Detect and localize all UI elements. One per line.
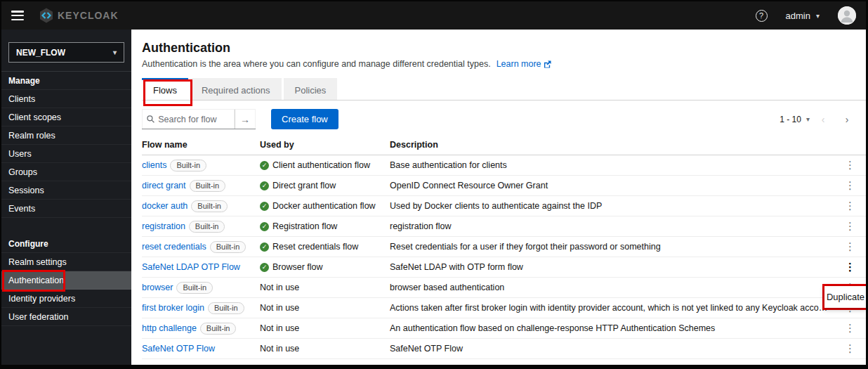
used-by-text: Direct grant flow bbox=[272, 181, 336, 190]
description-cell: An authentication flow based on challeng… bbox=[390, 323, 834, 333]
pagination-prev-button[interactable]: ‹ bbox=[813, 114, 834, 125]
table-row: registration Built-in ✓ Registration flo… bbox=[142, 216, 866, 237]
sidebar-item-groups[interactable]: Groups bbox=[1, 163, 131, 181]
sidebar-group: Configure Realm settingsAuthenticationId… bbox=[1, 235, 131, 326]
check-circle-icon: ✓ bbox=[260, 181, 269, 190]
kebab-menu-icon[interactable]: ⋮ bbox=[845, 179, 855, 191]
row-actions-cell: ⋮ bbox=[834, 179, 866, 192]
hamburger-menu-icon[interactable] bbox=[11, 11, 24, 20]
flow-name-link[interactable]: registration bbox=[142, 221, 185, 231]
flow-name-link[interactable]: SafeNet LDAP OTP Flow bbox=[142, 262, 240, 272]
sidebar-group-title: Manage bbox=[1, 72, 131, 90]
check-circle-icon: ✓ bbox=[260, 222, 269, 231]
kebab-menu-icon[interactable]: ⋮ bbox=[845, 220, 855, 232]
tab-required-actions[interactable]: Required actions bbox=[190, 78, 282, 100]
table-row: browser Built-in Not in use browser base… bbox=[142, 278, 866, 298]
search-submit-button[interactable]: → bbox=[235, 109, 256, 129]
pagination-next-button[interactable]: › bbox=[836, 114, 857, 125]
flow-name-cell: browser Built-in bbox=[142, 282, 260, 294]
used-by-text: Docker authentication flow bbox=[272, 201, 376, 211]
builtin-badge: Built-in bbox=[200, 323, 237, 335]
page-subtitle: Authentication is the area where you can… bbox=[142, 59, 866, 69]
description-cell: registration flow bbox=[390, 221, 834, 231]
main-content: Authentication Authentication is the are… bbox=[131, 30, 866, 365]
builtin-badge: Built-in bbox=[170, 160, 206, 171]
pagination-range[interactable]: 1 - 10 bbox=[780, 115, 801, 124]
sidebar: NEW_FLOW ▾ Manage ClientsClient scopesRe… bbox=[1, 30, 131, 365]
flow-name-link[interactable]: docker auth bbox=[142, 201, 188, 211]
sidebar-item-realm-roles[interactable]: Realm roles bbox=[1, 127, 131, 145]
row-context-menu: Duplicate bbox=[824, 286, 867, 308]
kebab-menu-icon[interactable]: ⋮ bbox=[845, 322, 855, 334]
toolbar: → Create flow 1 - 10 ▾ ‹ › bbox=[142, 109, 866, 129]
sidebar-item-users[interactable]: Users bbox=[1, 145, 131, 163]
builtin-badge: Built-in bbox=[210, 241, 246, 253]
column-used-by: Used by bbox=[260, 140, 390, 150]
create-flow-button[interactable]: Create flow bbox=[271, 109, 338, 129]
sidebar-item-clients[interactable]: Clients bbox=[1, 90, 131, 108]
builtin-badge: Built-in bbox=[190, 180, 226, 192]
sidebar-item-user-federation[interactable]: User federation bbox=[1, 308, 131, 326]
table-row: reset credentials Built-in ✓ Reset crede… bbox=[142, 237, 866, 257]
flow-name-link[interactable]: clients bbox=[142, 160, 166, 170]
sidebar-group-items: Realm settingsAuthenticationIdentity pro… bbox=[1, 253, 131, 326]
kebab-menu-icon[interactable]: ⋮ bbox=[845, 261, 855, 273]
realm-select[interactable]: NEW_FLOW ▾ bbox=[8, 42, 124, 63]
user-menu[interactable]: admin ▾ bbox=[786, 11, 820, 21]
row-actions-cell: ⋮ bbox=[834, 240, 866, 253]
table-row: http challenge Built-in Not in use An au… bbox=[142, 318, 866, 339]
flow-name-link[interactable]: reset credentials bbox=[142, 242, 206, 252]
search-input[interactable] bbox=[158, 115, 230, 124]
used-by-cell: Not in use bbox=[260, 303, 390, 313]
tab-policies[interactable]: Policies bbox=[284, 78, 338, 100]
column-description: Description bbox=[390, 140, 834, 150]
sidebar-item-client-scopes[interactable]: Client scopes bbox=[1, 108, 131, 127]
sidebar-group: Manage ClientsClient scopesRealm rolesUs… bbox=[1, 72, 131, 218]
sidebar-item-authentication[interactable]: Authentication bbox=[1, 271, 131, 290]
check-circle-icon: ✓ bbox=[260, 242, 269, 252]
flow-name-cell: http challenge Built-in bbox=[142, 323, 260, 335]
row-actions-cell: ⋮ bbox=[834, 342, 866, 355]
kebab-menu-icon[interactable]: ⋮ bbox=[845, 159, 855, 171]
kebab-menu-icon[interactable]: ⋮ bbox=[845, 200, 855, 212]
sidebar-item-events[interactable]: Events bbox=[1, 200, 131, 218]
topbar: KEYCLOAK ? admin ▾ bbox=[1, 1, 866, 30]
description-cell: Base authentication for clients bbox=[390, 160, 834, 170]
description-cell: OpenID Connect Resource Owner Grant bbox=[390, 181, 834, 190]
flow-name-link[interactable]: browser bbox=[142, 283, 173, 292]
used-by-text: Registration flow bbox=[272, 221, 337, 231]
flow-name-cell: SafeNet OTP Flow bbox=[142, 344, 260, 354]
brand-text: KEYCLOAK bbox=[58, 10, 119, 21]
kebab-menu-icon[interactable]: ⋮ bbox=[845, 342, 855, 354]
search-group: → bbox=[142, 109, 256, 129]
keycloak-admin-window: KEYCLOAK ? admin ▾ NEW_FLOW ▾ bbox=[0, 0, 868, 369]
pagination: 1 - 10 ▾ ‹ › bbox=[780, 114, 857, 125]
help-icon[interactable]: ? bbox=[756, 10, 768, 22]
realm-select-value: NEW_FLOW bbox=[16, 48, 65, 58]
duplicate-menu-item[interactable]: Duplicate bbox=[827, 292, 864, 302]
flow-name-link[interactable]: first broker login bbox=[142, 303, 204, 313]
avatar[interactable] bbox=[838, 6, 856, 25]
column-flow-name: Flow name bbox=[142, 140, 260, 150]
sidebar-item-identity-providers[interactable]: Identity providers bbox=[1, 290, 131, 308]
annotation-box-duplicate: Duplicate bbox=[822, 284, 868, 310]
flow-name-link[interactable]: SafeNet OTP Flow bbox=[142, 344, 215, 354]
table-row: direct grant Built-in ✓ Direct grant flo… bbox=[142, 176, 866, 196]
sidebar-item-realm-settings[interactable]: Realm settings bbox=[1, 253, 131, 271]
chevron-down-icon[interactable]: ▾ bbox=[806, 115, 810, 123]
row-actions-cell: ⋮ bbox=[834, 159, 866, 171]
flow-name-link[interactable]: direct grant bbox=[142, 181, 186, 190]
check-circle-icon: ✓ bbox=[260, 161, 269, 170]
tab-required-actions-label: Required actions bbox=[202, 85, 270, 96]
sidebar-item-sessions[interactable]: Sessions bbox=[1, 181, 131, 200]
used-by-text: Not in use bbox=[260, 323, 299, 333]
flow-name-cell: SafeNet LDAP OTP Flow bbox=[142, 262, 260, 272]
flow-name-link[interactable]: http challenge bbox=[142, 323, 197, 333]
used-by-cell: ✓ Direct grant flow bbox=[260, 181, 390, 190]
row-actions-cell: ⋮ bbox=[834, 261, 866, 273]
tab-flows[interactable]: Flows bbox=[142, 78, 188, 100]
kebab-menu-icon[interactable]: ⋮ bbox=[845, 240, 855, 252]
learn-more-link[interactable]: Learn more bbox=[497, 59, 551, 69]
used-by-text: Reset credentials flow bbox=[272, 242, 358, 252]
tab-flows-label: Flows bbox=[153, 85, 177, 96]
